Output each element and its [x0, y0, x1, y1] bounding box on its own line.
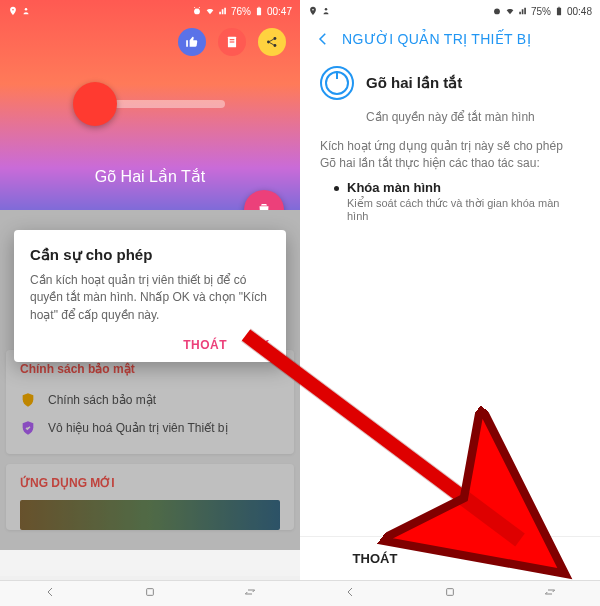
enable-button[interactable]: BẬT: [450, 537, 600, 580]
cancel-button[interactable]: THOÁT: [300, 537, 450, 580]
wifi-icon: [205, 6, 215, 16]
app-caption: Cần quyền này để tắt màn hình: [300, 104, 600, 124]
list-button[interactable]: [218, 28, 246, 56]
power-icon: [325, 71, 349, 95]
svg-point-7: [267, 41, 270, 44]
battery-text: 76%: [231, 6, 251, 17]
status-bar: 76% 00:47: [0, 0, 300, 22]
dialog-message: Cần kích hoạt quản trị viên thiết bị để …: [30, 272, 270, 324]
phone-left: 76% 00:47 Gõ Hai Lần Tắt Chính s: [0, 0, 300, 606]
bullet-subtitle: Kiểm soát cách thức và thời gian khóa mà…: [347, 197, 580, 222]
svg-rect-2: [257, 8, 261, 16]
action-row: [178, 28, 286, 56]
slider-knob[interactable]: [73, 82, 117, 126]
svg-point-11: [325, 8, 328, 11]
admin-description: Kích hoạt ứng dụng quản trị này sẽ cho p…: [300, 124, 600, 180]
svg-rect-3: [258, 7, 260, 8]
bullet-icon: [334, 186, 339, 191]
nav-back-icon[interactable]: [342, 584, 358, 604]
svg-point-12: [494, 9, 500, 15]
dialog-title: Cần sự cho phép: [30, 246, 270, 264]
nav-home-icon[interactable]: [142, 584, 158, 604]
battery-text: 75%: [531, 6, 551, 17]
share-button[interactable]: [258, 28, 286, 56]
sensitivity-slider[interactable]: [75, 100, 225, 108]
alarm-icon: [492, 6, 502, 16]
app-row: Gõ hai lần tắt: [300, 60, 600, 104]
svg-point-8: [273, 37, 276, 40]
battery-icon: [554, 6, 564, 16]
svg-rect-13: [557, 8, 561, 16]
screen-title: NGƯỜI QUẢN TRỊ THIẾT BỊ: [342, 31, 531, 47]
navigation-bar: [0, 580, 300, 606]
nav-recents-icon[interactable]: [542, 584, 558, 604]
svg-rect-15: [447, 588, 454, 595]
header-area: 76% 00:47 Gõ Hai Lần Tắt: [0, 0, 300, 210]
svg-rect-14: [558, 7, 560, 8]
dialog-cancel-button[interactable]: THOÁT: [183, 338, 227, 352]
signal-icon: [518, 6, 528, 16]
svg-rect-10: [147, 588, 154, 595]
app-icon: [320, 66, 354, 100]
permission-bullet: Khóa màn hình Kiểm soát cách thức và thờ…: [300, 180, 600, 222]
nav-back-icon[interactable]: [42, 584, 58, 604]
body-area: Chính sách bảo mật Chính sách bảo mật Vô…: [0, 210, 300, 576]
permission-dialog: Cần sự cho phép Cần kích hoạt quản trị v…: [14, 230, 286, 362]
phone-right: 75% 00:48 NGƯỜI QUẢN TRỊ THIẾT BỊ Gõ hai…: [300, 0, 600, 606]
person-icon: [321, 6, 331, 16]
status-bar: 75% 00:48: [300, 0, 600, 22]
nav-home-icon[interactable]: [442, 584, 458, 604]
like-button[interactable]: [178, 28, 206, 56]
alarm-icon: [192, 6, 202, 16]
app-name: Gõ hai lần tắt: [366, 74, 462, 92]
app-title: Gõ Hai Lần Tắt: [0, 167, 300, 186]
svg-point-1: [194, 9, 200, 15]
person-icon: [21, 6, 31, 16]
signal-icon: [218, 6, 228, 16]
screen-header: NGƯỜI QUẢN TRỊ THIẾT BỊ: [300, 22, 600, 60]
navigation-bar: [300, 580, 600, 606]
footer-actions: THOÁT BẬT: [300, 536, 600, 580]
svg-rect-6: [230, 41, 235, 42]
wifi-icon: [505, 6, 515, 16]
back-icon[interactable]: [314, 30, 332, 48]
svg-rect-5: [230, 39, 235, 40]
svg-point-0: [25, 8, 28, 11]
bullet-title: Khóa màn hình: [347, 180, 580, 195]
location-icon: [308, 6, 318, 16]
location-icon: [8, 6, 18, 16]
clock-text: 00:48: [567, 6, 592, 17]
dialog-ok-button[interactable]: OK: [251, 338, 270, 352]
svg-point-9: [273, 44, 276, 47]
battery-icon: [254, 6, 264, 16]
nav-recents-icon[interactable]: [242, 584, 258, 604]
clock-text: 00:47: [267, 6, 292, 17]
